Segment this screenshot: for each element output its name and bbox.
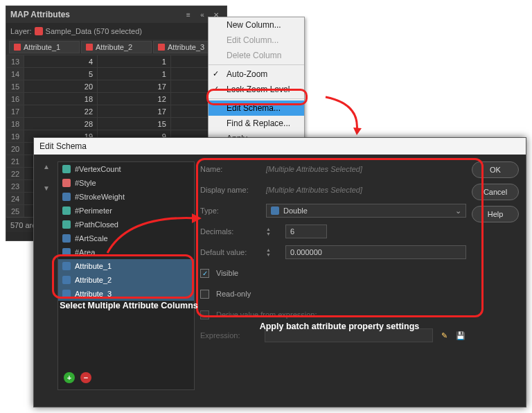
panel-minimize-icon[interactable]: « bbox=[196, 8, 209, 21]
panel-menu-icon[interactable]: ≡ bbox=[182, 8, 195, 21]
spinner-icon[interactable]: ▲▼ bbox=[266, 225, 276, 238]
schema-item-label: #Area bbox=[75, 248, 95, 256]
column-tab[interactable]: Attribute_2 bbox=[81, 41, 152, 53]
field-type-icon bbox=[62, 220, 71, 229]
schema-item[interactable]: #Perimeter bbox=[58, 204, 194, 218]
layer-name: Sample_Data (570 selected) bbox=[46, 27, 142, 35]
menu-delete-column: Delete Column bbox=[209, 48, 304, 63]
table-row[interactable]: 1828150 bbox=[7, 118, 227, 130]
prop-type-label: Type: bbox=[200, 206, 259, 215]
schema-item[interactable]: Attribute_2 bbox=[58, 273, 194, 287]
field-type-icon bbox=[62, 248, 71, 256]
schema-item-label: #VertexCount bbox=[75, 165, 121, 173]
prop-name-label: Name: bbox=[200, 165, 259, 173]
panel-title: MAP Attributes bbox=[10, 10, 181, 19]
annotation-caption: Select Multiple Attribute Columns bbox=[60, 301, 198, 310]
table-row[interactable]: 14510 bbox=[7, 68, 227, 80]
schema-item-label: #StrokeWeight bbox=[75, 193, 125, 201]
layer-label: Layer: bbox=[10, 27, 32, 35]
check-icon: ✓ bbox=[213, 69, 219, 78]
move-up-icon[interactable]: ▲ bbox=[43, 163, 50, 170]
layer-icon bbox=[35, 27, 43, 35]
schema-item[interactable]: Attribute_3 bbox=[58, 287, 194, 301]
dialog-titlebar: Edit Schema bbox=[34, 138, 526, 155]
schema-item[interactable]: Attribute_1 bbox=[58, 259, 194, 273]
schema-item-label: #PathClosed bbox=[75, 220, 118, 229]
menu-separator bbox=[209, 64, 304, 65]
remove-field-button[interactable]: − bbox=[80, 372, 91, 383]
prop-display-label: Display name: bbox=[200, 186, 259, 194]
schema-item-label: #Style bbox=[75, 179, 96, 187]
column-tabs: Attribute_1 Attribute_2 Attribute_3 bbox=[6, 39, 227, 55]
panel-titlebar: MAP Attributes ≡ « ✕ bbox=[6, 6, 227, 23]
annotation-caption: Apply batch attribute property settings bbox=[242, 322, 436, 331]
column-tab[interactable]: Attribute_1 bbox=[9, 41, 80, 53]
table-row[interactable]: 1520171 bbox=[7, 80, 227, 93]
readonly-label: Read-only bbox=[216, 290, 251, 298]
menu-find-replace[interactable]: Find & Replace... bbox=[209, 116, 304, 131]
readonly-checkbox[interactable] bbox=[200, 290, 209, 299]
schema-item[interactable]: #PathClosed bbox=[58, 218, 194, 231]
schema-item[interactable]: #Style bbox=[58, 176, 194, 190]
save-expression-icon[interactable]: 💾 bbox=[455, 330, 466, 341]
table-row[interactable]: 13410 bbox=[7, 55, 227, 68]
schema-list[interactable]: #VertexCount#Style#StrokeWeight#Perimete… bbox=[57, 161, 195, 390]
schema-properties: Name:[Multiple Attributes Selected] Disp… bbox=[200, 161, 466, 390]
edit-schema-dialog: Edit Schema ▲ ▼ #VertexCount#Style#Strok… bbox=[33, 137, 526, 407]
field-type-icon bbox=[62, 179, 71, 187]
menu-new-column[interactable]: New Column... bbox=[209, 17, 304, 33]
menu-auto-zoom[interactable]: ✓Auto-Zoom bbox=[209, 67, 304, 82]
schema-item-label: Attribute_1 bbox=[75, 262, 112, 270]
prop-decimals-label: Decimals: bbox=[200, 227, 259, 236]
field-type-icon bbox=[62, 193, 71, 201]
decimals-input[interactable] bbox=[285, 225, 327, 238]
schema-item[interactable]: #Area bbox=[58, 245, 194, 259]
menu-lock-zoom[interactable]: ✓Lock Zoom Level bbox=[209, 82, 304, 97]
schema-item-label: #ArtScale bbox=[75, 234, 108, 243]
column-icon bbox=[158, 44, 165, 51]
schema-list-buttons: + − bbox=[58, 366, 194, 389]
schema-item[interactable]: #ArtScale bbox=[58, 231, 194, 245]
menu-separator bbox=[209, 98, 304, 99]
double-type-icon bbox=[271, 206, 279, 215]
column-icon bbox=[14, 44, 21, 51]
dialog-title: Edit Schema bbox=[39, 141, 87, 151]
help-button[interactable]: Help bbox=[472, 206, 519, 222]
dialog-body: ▲ ▼ #VertexCount#Style#StrokeWeight#Peri… bbox=[34, 155, 526, 407]
expression-label: Expression: bbox=[200, 331, 259, 340]
field-type-icon bbox=[62, 262, 71, 270]
table-row[interactable]: 1722171 bbox=[7, 105, 227, 118]
add-field-button[interactable]: + bbox=[64, 372, 75, 383]
ok-button[interactable]: OK bbox=[472, 161, 519, 178]
schema-item-label: #Perimeter bbox=[75, 206, 112, 215]
edit-expression-icon[interactable]: ✎ bbox=[438, 330, 450, 341]
field-type-icon bbox=[62, 165, 71, 173]
spinner-icon[interactable]: ▲▼ bbox=[266, 245, 276, 259]
schema-item-label: Attribute_2 bbox=[75, 276, 112, 284]
layer-row: Layer: Sample_Data (570 selected) bbox=[6, 23, 227, 39]
schema-item[interactable]: #VertexCount bbox=[58, 162, 194, 176]
field-type-icon bbox=[62, 276, 71, 284]
prop-name-value: [Multiple Attributes Selected] bbox=[266, 165, 362, 173]
field-type-icon bbox=[62, 290, 71, 298]
field-type-icon bbox=[62, 234, 71, 243]
column-icon bbox=[86, 44, 93, 51]
schema-item-label: Attribute_3 bbox=[75, 290, 112, 298]
prop-display-value: [Multiple Attributes Selected] bbox=[266, 186, 362, 194]
dialog-buttons: OK Cancel Help bbox=[472, 161, 519, 400]
menu-edit-schema[interactable]: Edit Schema... bbox=[209, 100, 304, 116]
move-down-icon[interactable]: ▼ bbox=[43, 184, 50, 192]
field-type-icon bbox=[62, 206, 71, 215]
derive-label: Derive value from expression: bbox=[216, 310, 317, 319]
prop-default-label: Default value: bbox=[200, 248, 259, 256]
chevron-down-icon: ⌄ bbox=[455, 206, 461, 216]
derive-checkbox[interactable] bbox=[200, 310, 209, 319]
type-select[interactable]: Double⌄ bbox=[266, 204, 466, 218]
default-value-input[interactable] bbox=[285, 245, 466, 259]
reorder-arrows: ▲ ▼ bbox=[41, 161, 52, 400]
cancel-button[interactable]: Cancel bbox=[472, 184, 519, 200]
table-row[interactable]: 1618121 bbox=[7, 93, 227, 105]
check-icon: ✓ bbox=[213, 85, 219, 94]
visible-checkbox[interactable] bbox=[200, 269, 209, 278]
schema-item[interactable]: #StrokeWeight bbox=[58, 190, 194, 204]
